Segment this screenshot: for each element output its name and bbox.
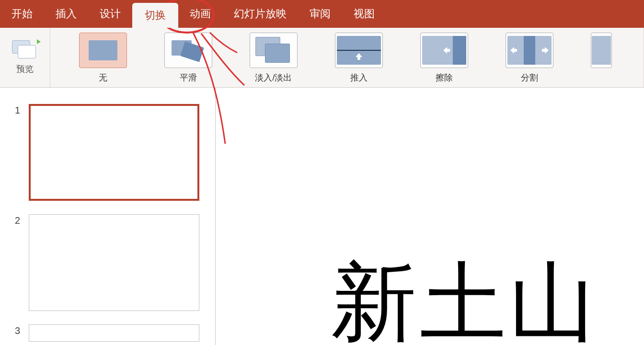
tab-transitions[interactable]: 切换 (132, 3, 178, 28)
transition-push-icon (337, 36, 381, 65)
ribbon-toolbar: 预览 无 平滑 淡入/淡出 推入 擦除 分割 (0, 28, 644, 88)
slide-thumbnail-panel[interactable]: 1 2 3 (0, 88, 216, 345)
transition-wipe-icon (422, 36, 466, 65)
transition-morph[interactable]: 平滑 (164, 33, 212, 83)
transition-push-label: 推入 (350, 72, 368, 83)
transition-gallery: 无 平滑 淡入/淡出 推入 擦除 分割 (50, 28, 644, 87)
slide-row-1[interactable]: 1 (12, 104, 207, 201)
slide-thumbnail-1[interactable] (29, 104, 199, 201)
tab-home[interactable]: 开始 (0, 0, 44, 28)
slide-thumbnail-3[interactable] (29, 324, 199, 342)
transition-split[interactable]: 分割 (506, 33, 553, 83)
tab-slideshow[interactable]: 幻灯片放映 (222, 0, 298, 28)
transition-none-label: 无 (99, 72, 107, 83)
transition-fade[interactable]: 淡入/淡出 (250, 33, 298, 83)
tab-design[interactable]: 设计 (88, 0, 132, 28)
tab-view[interactable]: 视图 (342, 0, 386, 28)
transition-none[interactable]: 无 (79, 33, 127, 83)
ribbon-tab-bar: 开始 插入 设计 切换 动画 幻灯片放映 审阅 视图 (0, 0, 644, 28)
transition-more[interactable] (591, 33, 612, 68)
tab-review[interactable]: 审阅 (298, 0, 342, 28)
transition-split-label: 分割 (521, 72, 538, 83)
tab-insert[interactable]: 插入 (44, 0, 88, 28)
preview-label: 预览 (16, 63, 34, 75)
transition-wipe-label: 擦除 (436, 72, 453, 83)
preview-group[interactable]: 预览 (0, 28, 50, 87)
transition-fade-icon (255, 37, 292, 64)
slide-row-3[interactable]: 3 (12, 324, 207, 342)
transition-push[interactable]: 推入 (335, 33, 383, 83)
slide-number: 2 (12, 214, 20, 226)
slide-title-text[interactable]: 新土山 (331, 245, 598, 345)
slide-number: 1 (12, 104, 20, 116)
slide-row-2[interactable]: 2 (12, 214, 207, 311)
transition-wipe[interactable]: 擦除 (420, 33, 468, 83)
slide-editor[interactable]: 新土山 (216, 88, 644, 345)
tab-animations[interactable]: 动画 (178, 0, 222, 28)
slide-number: 3 (12, 324, 20, 336)
workspace: 1 2 3 新土山 (0, 88, 644, 345)
transition-split-icon (507, 36, 552, 65)
slide-thumbnail-2[interactable] (29, 214, 199, 311)
transition-none-icon (89, 40, 117, 60)
transition-more-icon (592, 36, 611, 65)
transition-morph-icon (172, 37, 205, 63)
transition-morph-label: 平滑 (180, 72, 197, 83)
preview-icon (12, 40, 38, 59)
transition-fade-label: 淡入/淡出 (255, 72, 292, 83)
